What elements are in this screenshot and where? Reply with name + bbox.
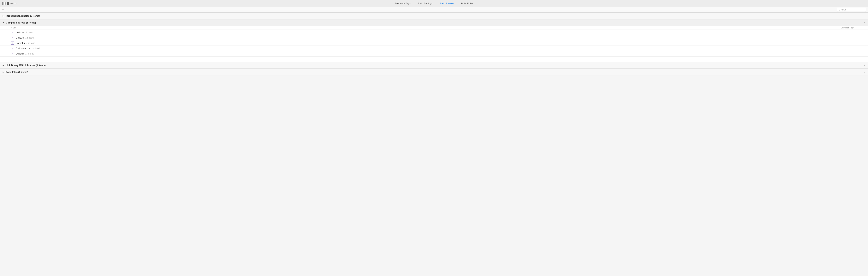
section-copy-files: ▶ Copy Files (0 items) × xyxy=(0,69,868,75)
content-area: ▶ Target Dependencies (0 items) ▼ Compil… xyxy=(0,12,868,75)
add-file-button[interactable]: + xyxy=(11,58,13,61)
file-row-childload[interactable]: m Child+load.m ...in load xyxy=(0,46,868,51)
filter-box[interactable]: ⊙ Filter xyxy=(837,8,866,12)
file-target-child: ...in load xyxy=(25,36,34,39)
target-label: load xyxy=(10,2,14,5)
disclosure-triangle-copy-files: ▶ xyxy=(3,71,4,73)
close-compile-sources-button[interactable]: × xyxy=(864,22,865,24)
target-icon xyxy=(7,2,9,5)
section-title-copy-files: Copy Files (0 items) xyxy=(5,71,28,73)
top-bar-left: load ⇅ xyxy=(2,2,17,5)
file-icon-childload: m xyxy=(11,46,14,50)
sidebar-toggle-inner xyxy=(2,2,3,5)
file-name-parent: Parent.m xyxy=(16,42,26,44)
file-name-other: Other.m xyxy=(16,52,24,55)
file-icon-parent: m xyxy=(11,41,14,44)
column-header-flags: Compiler Flags xyxy=(841,27,857,29)
column-header-name: Name xyxy=(11,27,841,29)
file-target-main: ...in load xyxy=(25,31,33,34)
section-compile-sources: ▼ Compile Sources (5 items) × Name Compi… xyxy=(0,19,868,62)
add-phase-button[interactable]: + xyxy=(2,8,4,11)
disclosure-triangle-link-binary: ▶ xyxy=(3,64,4,66)
close-copy-files-button[interactable]: × xyxy=(864,71,865,73)
section-header-copy-files[interactable]: ▶ Copy Files (0 items) × xyxy=(0,69,868,75)
file-icon-main: m xyxy=(11,31,14,34)
file-icon-child: m xyxy=(11,36,14,39)
section-target-dependencies: ▶ Target Dependencies (0 items) xyxy=(0,12,868,19)
target-name[interactable]: load ⇅ xyxy=(7,2,17,5)
sidebar-toggle-button[interactable] xyxy=(2,2,5,5)
file-name-child: Child.m xyxy=(16,36,24,39)
tab-build-rules[interactable]: Build Rules xyxy=(461,1,473,5)
section-link-binary: ▶ Link Binary With Libraries (0 items) × xyxy=(0,62,868,69)
tab-build-settings[interactable]: Build Settings xyxy=(418,1,433,5)
tab-resource-tags[interactable]: Resource Tags xyxy=(395,1,410,5)
file-row-child[interactable]: m Child.m ...in load xyxy=(0,35,868,40)
remove-file-button[interactable]: − xyxy=(14,58,16,61)
tab-bar: Resource Tags Build Settings Build Phase… xyxy=(395,1,473,5)
section-title-target-dependencies: Target Dependencies (0 items) xyxy=(5,14,40,17)
section-header-compile-sources[interactable]: ▼ Compile Sources (5 items) × xyxy=(0,19,868,26)
filter-placeholder: Filter xyxy=(841,8,846,11)
file-target-childload: ...in load xyxy=(31,47,39,50)
close-link-binary-button[interactable]: × xyxy=(864,64,865,67)
file-target-parent: ...in load xyxy=(26,42,35,44)
compile-sources-table-header: Name Compiler Flags xyxy=(0,26,868,30)
section-title-link-binary: Link Binary With Libraries (0 items) xyxy=(5,64,45,67)
tab-build-phases[interactable]: Build Phases xyxy=(440,1,454,5)
target-chevron-icon: ⇅ xyxy=(15,2,17,4)
section-title-compile-sources: Compile Sources (5 items) xyxy=(6,21,36,24)
file-name-childload: Child+load.m xyxy=(16,47,30,50)
file-target-other: ...in load xyxy=(25,52,34,55)
file-icon-other: m xyxy=(11,52,14,55)
disclosure-triangle-target-dependencies: ▶ xyxy=(3,15,4,17)
file-name-main: main.m xyxy=(16,31,24,34)
toolbar-row: + ⊙ Filter xyxy=(0,7,868,12)
section-header-link-binary[interactable]: ▶ Link Binary With Libraries (0 items) × xyxy=(0,62,868,68)
compile-sources-footer: + − xyxy=(0,56,868,62)
file-row-other[interactable]: m Other.m ...in load xyxy=(0,51,868,56)
section-header-target-dependencies[interactable]: ▶ Target Dependencies (0 items) xyxy=(0,12,868,19)
filter-icon: ⊙ xyxy=(838,8,840,11)
file-row-main[interactable]: m main.m ...in load xyxy=(0,30,868,35)
disclosure-triangle-compile-sources: ▼ xyxy=(3,22,4,24)
file-row-parent[interactable]: m Parent.m ...in load xyxy=(0,40,868,46)
top-bar: load ⇅ Resource Tags Build Settings Buil… xyxy=(0,0,868,7)
